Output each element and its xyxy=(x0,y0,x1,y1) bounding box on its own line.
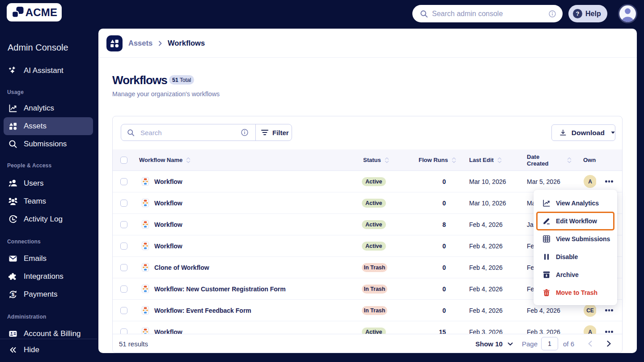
svg-text:$: $ xyxy=(12,292,15,297)
